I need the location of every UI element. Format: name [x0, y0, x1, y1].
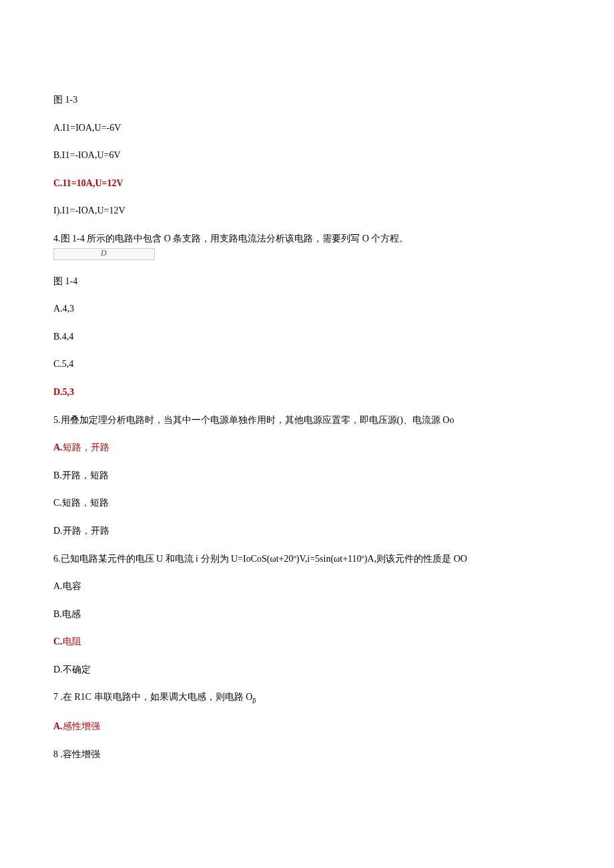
q8-line: 8 .容性增强: [53, 748, 561, 761]
q4-option-b: B.4,4: [53, 330, 561, 344]
figure-label-1-4: 图 1-4: [53, 275, 561, 288]
q4-option-d-answer: D.5,3: [53, 386, 561, 399]
q3-option-a: A.I1=IOA,U=-6V: [53, 121, 561, 135]
q4-option-a: A.4,3: [53, 302, 561, 316]
q5-a-prefix: A.: [53, 442, 63, 452]
figure-1-4-label-d: D: [101, 248, 107, 259]
q4-stem: 4.图 1-4 所示的电路中包含 O 条支路，用支路电流法分析该电路，需要列写 …: [53, 232, 561, 260]
q6-c-body: 电阻: [63, 636, 81, 646]
q7-a-body: 感性增强: [63, 721, 100, 731]
figure-1-4-placeholder: D: [53, 248, 155, 260]
figure-label-1-3: 图 1-3: [53, 93, 561, 107]
q3-option-d: I).I1=-IOA,U=12V: [53, 204, 561, 218]
q4-stem-text: 4.图 1-4 所示的电路中包含 O 条支路，用支路电流法分析该电路，需要列写 …: [53, 234, 408, 244]
q3-option-b: B.I1=-IOA,U=6V: [53, 149, 561, 162]
q5-option-d: D.开路，开路: [53, 524, 561, 538]
q7-stem: 7 .在 R1C 串联电路中，如果调大电感，则电路 Oβ: [53, 691, 561, 705]
q5-stem: 5.用叠加定理分析电路时，当其中一个电源单独作用时，其他电源应置零，即电压源()…: [53, 414, 561, 427]
q6-option-a: A.电容: [53, 580, 561, 593]
q5-option-a-answer: A.短路，开路: [53, 441, 561, 454]
q6-stem: 6.已知电路某元件的电压 U 和电流 i 分别为 U=IoCoS(ωt+20º)…: [53, 552, 561, 566]
q6-option-b: B.电感: [53, 608, 561, 621]
q6-c-prefix: C.: [53, 636, 63, 646]
q7-stem-text: 7 .在 R1C 串联电路中，如果调大电感，则电路 O: [53, 692, 252, 702]
q4-option-c: C.5,4: [53, 358, 561, 371]
q7-a-prefix: A.: [53, 721, 63, 731]
q3-option-c-answer: C.11=10A,U=12V: [53, 177, 561, 190]
q7-stem-suffix: β: [252, 697, 256, 704]
q6-option-c-answer: C.电阻: [53, 635, 561, 648]
q7-option-a-answer: A.感性增强: [53, 720, 561, 733]
q5-a-body: 短路，开路: [63, 442, 109, 452]
q6-option-d: D.不确定: [53, 663, 561, 677]
page-content: 图 1-3 A.I1=IOA,U=-6V B.I1=-IOA,U=6V C.11…: [0, 0, 614, 815]
q5-option-b: B.开路，短路: [53, 469, 561, 482]
q5-option-c: C.短路，短路: [53, 496, 561, 510]
